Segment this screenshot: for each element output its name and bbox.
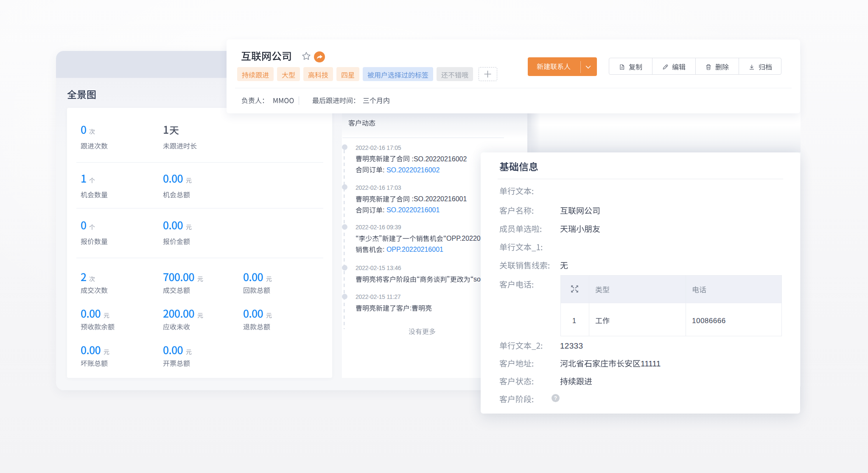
svg-text:?: ? xyxy=(554,395,557,401)
